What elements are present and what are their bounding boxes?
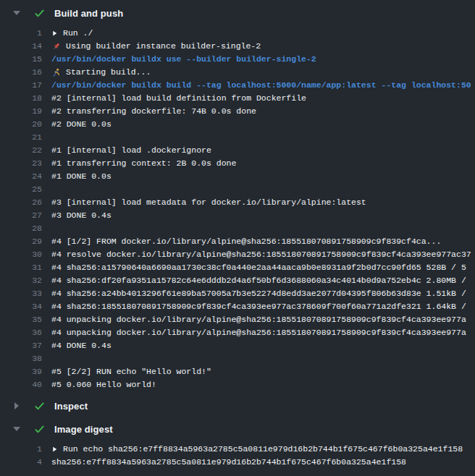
- line-number[interactable]: 1: [0, 443, 42, 456]
- line-content: #4 unpacking docker.io/library/alpine@sh…: [51, 326, 475, 339]
- line-text: #4 sha256:a15790640a6690aa1730c38cf0a440…: [51, 261, 466, 274]
- line-content: #4 sha256:a24bb4013296f61e89ba57005a7b3e…: [51, 287, 475, 300]
- runner-icon: [51, 68, 61, 77]
- log-line: 23#1 transferring context: 2B 0.0s done: [0, 157, 475, 170]
- line-content: #4 unpacking docker.io/library/alpine@sh…: [51, 313, 475, 326]
- line-content: sha256:e7ff8834a5963a2785c5a0811e979d16b…: [51, 456, 475, 469]
- line-content: #2 DONE 0.0s: [51, 118, 475, 131]
- section-header-image-digest[interactable]: Image digest: [0, 420, 475, 438]
- line-number[interactable]: 21: [0, 131, 42, 144]
- line-text: #4 unpacking docker.io/library/alpine@sh…: [51, 313, 466, 326]
- pushpin-icon: [51, 42, 61, 51]
- line-number[interactable]: 22: [0, 144, 42, 157]
- line-number[interactable]: 4: [0, 456, 42, 469]
- section-log-lines: 1Run echo sha256:e7ff8834a5963a2785c5a08…: [0, 443, 475, 469]
- line-text: sha256:e7ff8834a5963a2785c5a0811e979d16b…: [51, 456, 406, 469]
- line-number[interactable]: 38: [0, 352, 42, 365]
- log-line: 30#4 resolve docker.io/library/alpine@sh…: [0, 248, 475, 261]
- line-number[interactable]: 29: [0, 235, 42, 248]
- workflow-log: Build and push1Run ./14Using builder ins…: [0, 0, 475, 469]
- success-check-icon: [34, 8, 45, 19]
- line-number[interactable]: 26: [0, 196, 42, 209]
- log-line: 34#4 sha256:185518070891758909c9f839cf4c…: [0, 300, 475, 313]
- chevron-right-icon: [14, 402, 19, 409]
- line-number[interactable]: 32: [0, 274, 42, 287]
- section-header-build-and-push[interactable]: Build and push: [0, 4, 475, 22]
- line-text: #4 sha256:df20fa9351a15782c64e6dddb2d4a6…: [51, 274, 466, 287]
- line-number[interactable]: 36: [0, 326, 42, 339]
- line-number[interactable]: 25: [0, 183, 42, 196]
- log-line: 26#3 [internal] load metadata for docker…: [0, 196, 475, 209]
- line-number[interactable]: 31: [0, 261, 42, 274]
- section-title: Image digest: [54, 424, 113, 435]
- line-text: #1 DONE 0.0s: [51, 170, 112, 183]
- line-content: #4 [1/2] FROM docker.io/library/alpine@s…: [51, 235, 475, 248]
- line-number[interactable]: 16: [0, 66, 42, 79]
- line-text: Run echo sha256:e7ff8834a5963a2785c5a081…: [63, 443, 463, 456]
- log-line: 35#4 unpacking docker.io/library/alpine@…: [0, 313, 475, 326]
- log-line: 39#5 [2/2] RUN echo "Hello world!": [0, 365, 475, 378]
- log-line: 32#4 sha256:df20fa9351a15782c64e6dddb2d4…: [0, 274, 475, 287]
- line-content: #5 [2/2] RUN echo "Hello world!": [51, 365, 475, 378]
- line-text: #4 [1/2] FROM docker.io/library/alpine@s…: [51, 235, 441, 248]
- log-line: 17/usr/bin/docker buildx build --tag loc…: [0, 79, 475, 92]
- log-line: 19#2 transferring dockerfile: 74B 0.0s d…: [0, 105, 475, 118]
- log-line: 37#4 DONE 0.4s: [0, 339, 475, 352]
- log-line: 15/usr/bin/docker buildx use --builder b…: [0, 53, 475, 66]
- log-line: 1Run echo sha256:e7ff8834a5963a2785c5a08…: [0, 443, 475, 456]
- line-number[interactable]: 34: [0, 300, 42, 313]
- line-number[interactable]: 28: [0, 222, 42, 235]
- line-content: Run ./: [51, 27, 475, 40]
- line-number[interactable]: 17: [0, 79, 42, 92]
- line-number[interactable]: 24: [0, 170, 42, 183]
- log-line: 18#2 [internal] load build definition fr…: [0, 92, 475, 105]
- line-number[interactable]: 23: [0, 157, 42, 170]
- line-number[interactable]: 40: [0, 378, 42, 391]
- line-number[interactable]: 30: [0, 248, 42, 261]
- line-text: #5 0.060 Hello world!: [51, 378, 156, 391]
- line-text: #4 sha256:185518070891758909c9f839cf4ca3…: [51, 300, 466, 313]
- line-number[interactable]: 33: [0, 287, 42, 300]
- expand-run-icon[interactable]: [51, 30, 58, 37]
- log-line: 25: [0, 183, 475, 196]
- log-line: 24#1 DONE 0.0s: [0, 170, 475, 183]
- line-content: #1 [internal] load .dockerignore: [51, 144, 475, 157]
- line-text: #2 [internal] load build definition from…: [51, 92, 306, 105]
- line-number[interactable]: 27: [0, 209, 42, 222]
- log-line: 33#4 sha256:a24bb4013296f61e89ba57005a7b…: [0, 287, 475, 300]
- line-number[interactable]: 1: [0, 27, 42, 40]
- line-content: #3 DONE 0.4s: [51, 209, 475, 222]
- chevron-down-icon: [13, 11, 20, 15]
- log-line: 16Starting build...: [0, 66, 475, 79]
- line-text: /usr/bin/docker buildx build --tag local…: [51, 79, 471, 92]
- line-number[interactable]: 15: [0, 53, 42, 66]
- expand-run-icon[interactable]: [51, 446, 58, 453]
- line-number[interactable]: 35: [0, 313, 42, 326]
- line-number[interactable]: 18: [0, 92, 42, 105]
- success-check-icon: [34, 424, 45, 435]
- success-check-icon: [34, 401, 45, 412]
- line-text: Using builder instance builder-single-2: [66, 40, 261, 53]
- line-text: #4 resolve docker.io/library/alpine@sha2…: [51, 248, 471, 261]
- line-content: /usr/bin/docker buildx use --builder bui…: [51, 53, 475, 66]
- line-number[interactable]: 37: [0, 339, 42, 352]
- line-text: Starting build...: [66, 66, 151, 79]
- line-content: #1 transferring context: 2B 0.0s done: [51, 157, 475, 170]
- log-section-inspect: Inspect: [0, 397, 475, 415]
- line-content: /usr/bin/docker buildx build --tag local…: [51, 79, 475, 92]
- log-line: 20#2 DONE 0.0s: [0, 118, 475, 131]
- line-number[interactable]: 20: [0, 118, 42, 131]
- log-line: 38: [0, 352, 475, 365]
- section-header-inspect[interactable]: Inspect: [0, 397, 475, 415]
- line-content: #3 [internal] load metadata for docker.i…: [51, 196, 475, 209]
- log-line: 14Using builder instance builder-single-…: [0, 40, 475, 53]
- line-content: #4 DONE 0.4s: [51, 339, 475, 352]
- line-number[interactable]: 14: [0, 40, 42, 53]
- line-text: /usr/bin/docker buildx use --builder bui…: [51, 53, 316, 66]
- line-text: #1 [internal] load .dockerignore: [51, 144, 211, 157]
- line-text: #4 sha256:a24bb4013296f61e89ba57005a7b3e…: [51, 287, 466, 300]
- log-line: 1Run ./: [0, 27, 475, 40]
- line-number[interactable]: 39: [0, 365, 42, 378]
- line-number[interactable]: 19: [0, 105, 42, 118]
- section-title: Build and push: [54, 8, 123, 19]
